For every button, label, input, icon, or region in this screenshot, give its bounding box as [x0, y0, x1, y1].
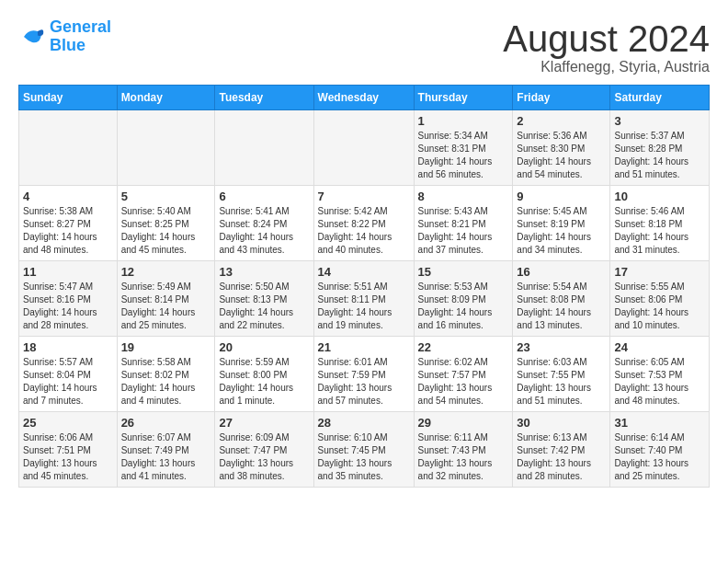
day-number: 20: [219, 340, 309, 354]
day-number: 21: [318, 340, 410, 354]
location: Klaffenegg, Styria, Austria: [503, 59, 710, 75]
calendar-table: SundayMondayTuesdayWednesdayThursdayFrid…: [18, 85, 710, 488]
title-block: August 2024 Klaffenegg, Styria, Austria: [503, 18, 710, 75]
day-info: Sunrise: 6:01 AM Sunset: 7:59 PM Dayligh…: [318, 356, 410, 408]
week-row-3: 11Sunrise: 5:47 AM Sunset: 8:16 PM Dayli…: [19, 261, 710, 337]
day-number: 24: [614, 340, 705, 354]
day-info: Sunrise: 6:02 AM Sunset: 7:57 PM Dayligh…: [418, 356, 509, 408]
calendar-cell: 17Sunrise: 5:55 AM Sunset: 8:06 PM Dayli…: [610, 261, 710, 337]
calendar-cell: 30Sunrise: 6:13 AM Sunset: 7:42 PM Dayli…: [513, 412, 610, 488]
calendar-cell: 18Sunrise: 5:57 AM Sunset: 8:04 PM Dayli…: [19, 337, 118, 412]
day-number: 26: [121, 416, 211, 430]
day-info: Sunrise: 5:53 AM Sunset: 8:09 PM Dayligh…: [418, 281, 509, 332]
calendar-cell: 26Sunrise: 6:07 AM Sunset: 7:49 PM Dayli…: [117, 412, 215, 488]
day-number: 14: [318, 265, 410, 279]
day-info: Sunrise: 6:14 AM Sunset: 7:40 PM Dayligh…: [614, 431, 705, 483]
day-number: 1: [418, 114, 509, 128]
day-number: 29: [418, 416, 509, 430]
calendar-cell: 7Sunrise: 5:42 AM Sunset: 8:22 PM Daylig…: [313, 186, 414, 261]
day-info: Sunrise: 6:07 AM Sunset: 7:49 PM Dayligh…: [121, 431, 211, 483]
calendar-cell: 21Sunrise: 6:01 AM Sunset: 7:59 PM Dayli…: [313, 337, 414, 412]
day-info: Sunrise: 5:50 AM Sunset: 8:13 PM Dayligh…: [219, 281, 309, 332]
day-info: Sunrise: 5:58 AM Sunset: 8:02 PM Dayligh…: [121, 356, 211, 408]
calendar-cell: 15Sunrise: 5:53 AM Sunset: 8:09 PM Dayli…: [414, 261, 513, 337]
day-number: 27: [219, 416, 309, 430]
calendar-cell: 8Sunrise: 5:43 AM Sunset: 8:21 PM Daylig…: [414, 186, 513, 261]
calendar-cell: 16Sunrise: 5:54 AM Sunset: 8:08 PM Dayli…: [513, 261, 610, 337]
calendar-cell: 2Sunrise: 5:36 AM Sunset: 8:30 PM Daylig…: [513, 110, 610, 186]
week-row-4: 18Sunrise: 5:57 AM Sunset: 8:04 PM Dayli…: [19, 337, 710, 412]
header-saturday: Saturday: [610, 86, 710, 110]
day-info: Sunrise: 5:54 AM Sunset: 8:08 PM Dayligh…: [517, 281, 606, 332]
day-number: 25: [23, 416, 113, 430]
day-info: Sunrise: 5:45 AM Sunset: 8:19 PM Dayligh…: [517, 205, 606, 257]
day-number: 7: [318, 190, 410, 203]
day-info: Sunrise: 5:49 AM Sunset: 8:14 PM Dayligh…: [121, 281, 211, 332]
logo-text: General Blue: [50, 18, 111, 55]
day-number: 18: [23, 340, 113, 354]
calendar-cell: 9Sunrise: 5:45 AM Sunset: 8:19 PM Daylig…: [513, 186, 610, 261]
calendar-cell: 3Sunrise: 5:37 AM Sunset: 8:28 PM Daylig…: [610, 110, 710, 186]
calendar-cell: 29Sunrise: 6:11 AM Sunset: 7:43 PM Dayli…: [414, 412, 513, 488]
day-info: Sunrise: 5:37 AM Sunset: 8:28 PM Dayligh…: [614, 130, 705, 181]
calendar-cell: [313, 110, 414, 186]
day-number: 13: [219, 265, 309, 279]
day-info: Sunrise: 5:34 AM Sunset: 8:31 PM Dayligh…: [418, 130, 509, 181]
day-info: Sunrise: 6:05 AM Sunset: 7:53 PM Dayligh…: [614, 356, 705, 408]
week-row-1: 1Sunrise: 5:34 AM Sunset: 8:31 PM Daylig…: [19, 110, 710, 186]
day-number: 3: [614, 114, 705, 128]
calendar-cell: 14Sunrise: 5:51 AM Sunset: 8:11 PM Dayli…: [313, 261, 414, 337]
day-info: Sunrise: 5:40 AM Sunset: 8:25 PM Dayligh…: [121, 205, 211, 257]
day-info: Sunrise: 5:41 AM Sunset: 8:24 PM Dayligh…: [219, 205, 309, 257]
day-number: 6: [219, 190, 309, 203]
calendar-cell: [19, 110, 118, 186]
day-info: Sunrise: 5:51 AM Sunset: 8:11 PM Dayligh…: [318, 281, 410, 332]
day-number: 31: [614, 416, 705, 430]
day-info: Sunrise: 6:09 AM Sunset: 7:47 PM Dayligh…: [219, 431, 309, 483]
calendar-cell: 6Sunrise: 5:41 AM Sunset: 8:24 PM Daylig…: [215, 186, 313, 261]
day-info: Sunrise: 6:06 AM Sunset: 7:51 PM Dayligh…: [23, 431, 113, 483]
day-number: 9: [517, 190, 606, 203]
day-info: Sunrise: 5:57 AM Sunset: 8:04 PM Dayligh…: [23, 356, 113, 408]
day-info: Sunrise: 6:03 AM Sunset: 7:55 PM Dayligh…: [517, 356, 606, 408]
day-info: Sunrise: 5:59 AM Sunset: 8:00 PM Dayligh…: [219, 356, 309, 408]
day-number: 16: [517, 265, 606, 279]
calendar-cell: 12Sunrise: 5:49 AM Sunset: 8:14 PM Dayli…: [117, 261, 215, 337]
week-row-5: 25Sunrise: 6:06 AM Sunset: 7:51 PM Dayli…: [19, 412, 710, 488]
day-info: Sunrise: 5:36 AM Sunset: 8:30 PM Dayligh…: [517, 130, 606, 181]
day-number: 23: [517, 340, 606, 354]
day-number: 22: [418, 340, 509, 354]
day-info: Sunrise: 5:46 AM Sunset: 8:18 PM Dayligh…: [614, 205, 705, 257]
calendar-cell: 4Sunrise: 5:38 AM Sunset: 8:27 PM Daylig…: [19, 186, 118, 261]
day-info: Sunrise: 5:43 AM Sunset: 8:21 PM Dayligh…: [418, 205, 509, 257]
calendar-cell: 22Sunrise: 6:02 AM Sunset: 7:57 PM Dayli…: [414, 337, 513, 412]
calendar-cell: 10Sunrise: 5:46 AM Sunset: 8:18 PM Dayli…: [610, 186, 710, 261]
header-row: SundayMondayTuesdayWednesdayThursdayFrid…: [19, 86, 710, 110]
page-header: General Blue August 2024 Klaffenegg, Sty…: [18, 18, 710, 75]
header-monday: Monday: [117, 86, 215, 110]
calendar-cell: [117, 110, 215, 186]
day-info: Sunrise: 6:13 AM Sunset: 7:42 PM Dayligh…: [517, 431, 606, 483]
day-number: 15: [418, 265, 509, 279]
day-number: 5: [121, 190, 211, 203]
calendar-cell: [215, 110, 313, 186]
day-info: Sunrise: 5:55 AM Sunset: 8:06 PM Dayligh…: [614, 281, 705, 332]
day-info: Sunrise: 5:38 AM Sunset: 8:27 PM Dayligh…: [23, 205, 113, 257]
header-wednesday: Wednesday: [313, 86, 414, 110]
day-number: 17: [614, 265, 705, 279]
day-number: 4: [23, 190, 113, 203]
header-sunday: Sunday: [19, 86, 118, 110]
month-title: August 2024: [503, 18, 710, 59]
day-info: Sunrise: 5:47 AM Sunset: 8:16 PM Dayligh…: [23, 281, 113, 332]
day-number: 2: [517, 114, 606, 128]
calendar-cell: 11Sunrise: 5:47 AM Sunset: 8:16 PM Dayli…: [19, 261, 118, 337]
calendar-cell: 28Sunrise: 6:10 AM Sunset: 7:45 PM Dayli…: [313, 412, 414, 488]
day-number: 10: [614, 190, 705, 203]
day-number: 19: [121, 340, 211, 354]
calendar-cell: 5Sunrise: 5:40 AM Sunset: 8:25 PM Daylig…: [117, 186, 215, 261]
calendar-cell: 23Sunrise: 6:03 AM Sunset: 7:55 PM Dayli…: [513, 337, 610, 412]
day-number: 28: [318, 416, 410, 430]
day-info: Sunrise: 6:10 AM Sunset: 7:45 PM Dayligh…: [318, 431, 410, 483]
logo-icon: [18, 23, 46, 51]
header-thursday: Thursday: [414, 86, 513, 110]
